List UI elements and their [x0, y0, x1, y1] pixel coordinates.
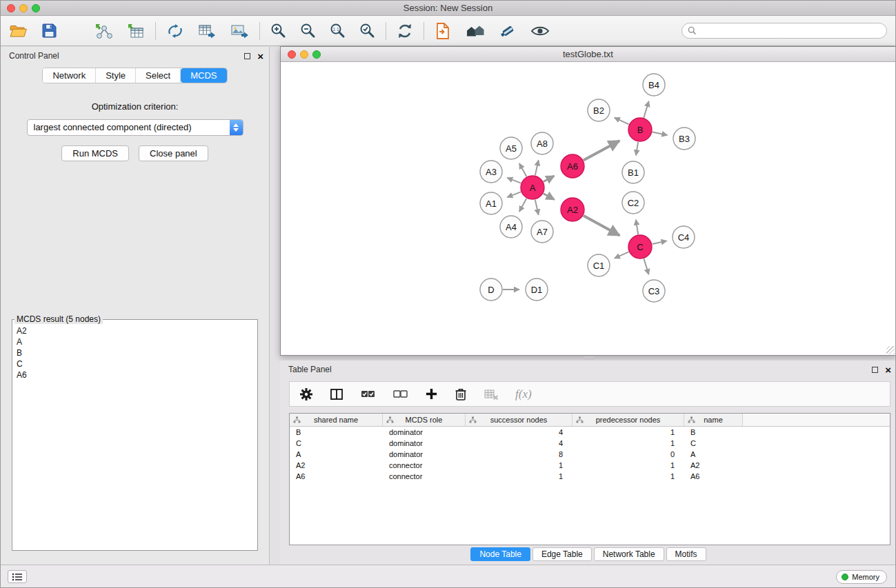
edge-B-B4[interactable]	[644, 101, 648, 118]
network-graph[interactable]: B4B2BB3A5A8A6A3B1AA1C2A2A4A7C4CC1C3DD1	[281, 62, 895, 355]
export-network-button[interactable]	[166, 23, 184, 39]
search-input[interactable]	[700, 26, 881, 36]
delete-table-button[interactable]	[484, 388, 499, 401]
tab-node-table[interactable]: Node Table	[470, 547, 530, 561]
run-mcds-button[interactable]: Run MCDS	[61, 145, 129, 161]
column-header-successor-nodes[interactable]: successor nodes	[466, 414, 573, 426]
table-row[interactable]: Cdominator41C	[290, 438, 890, 449]
memory-button[interactable]: Memory	[836, 570, 887, 584]
table-row[interactable]: Bdominator41B	[290, 427, 890, 438]
node-C1[interactable]: C1	[588, 254, 610, 276]
tab-mcds[interactable]: MCDS	[181, 68, 226, 83]
edge-A2-C[interactable]	[584, 216, 619, 236]
show-hide-button[interactable]	[530, 23, 550, 39]
node-A[interactable]: A	[521, 176, 544, 199]
tab-motifs[interactable]: Motifs	[666, 547, 706, 561]
first-neighbors-button[interactable]	[465, 23, 485, 39]
edge-B-B3[interactable]	[653, 132, 668, 135]
table-row[interactable]: A2connector11A2	[290, 460, 890, 471]
dropdown-stepper-icon[interactable]	[230, 120, 243, 135]
edge-A6-B[interactable]	[584, 141, 619, 160]
edge-C-C2[interactable]	[636, 220, 638, 235]
edge-B-B1[interactable]	[636, 142, 638, 156]
edge-B-B2[interactable]	[615, 118, 629, 125]
network-window-titlebar[interactable]: testGlobe.txt	[281, 47, 895, 62]
node-A6[interactable]: A6	[561, 154, 584, 178]
edge-A-A6[interactable]	[544, 176, 555, 181]
delete-column-button[interactable]	[455, 387, 467, 401]
float-panel-icon[interactable]	[244, 53, 250, 59]
export-table-button[interactable]	[198, 23, 217, 39]
zoom-in-button[interactable]	[270, 23, 286, 39]
node-A3[interactable]: A3	[480, 161, 502, 183]
table-row[interactable]: A6connector11A6	[290, 471, 890, 482]
node-D1[interactable]: D1	[526, 278, 548, 301]
table-row[interactable]: Adominator80A	[290, 449, 890, 460]
refresh-button[interactable]	[397, 23, 413, 39]
task-history-button[interactable]	[8, 570, 27, 583]
float-table-panel-icon[interactable]	[872, 367, 878, 373]
edge-C-C1[interactable]	[615, 252, 629, 258]
edge-A-A3[interactable]	[507, 178, 521, 183]
node-A2[interactable]: A2	[561, 198, 584, 221]
search-box[interactable]	[681, 23, 887, 39]
node-A8[interactable]: A8	[531, 132, 553, 154]
node-B3[interactable]: B3	[673, 128, 695, 150]
result-item[interactable]: B	[12, 347, 257, 358]
zoom-actual-button[interactable]: 1:1	[330, 23, 346, 39]
tab-network-table[interactable]: Network Table	[594, 547, 664, 561]
zoom-out-button[interactable]	[300, 23, 316, 39]
result-item[interactable]: C	[12, 358, 257, 369]
node-A4[interactable]: A4	[500, 216, 522, 238]
node-B2[interactable]: B2	[588, 99, 610, 121]
result-item[interactable]: A2	[12, 325, 257, 336]
column-header-predecessor-nodes[interactable]: predecessor nodes	[573, 414, 684, 426]
network-canvas[interactable]: B4B2BB3A5A8A6A3B1AA1C2A2A4A7C4CC1C3DD1	[281, 62, 895, 355]
import-table-button[interactable]	[127, 23, 145, 39]
node-A7[interactable]: A7	[531, 221, 553, 243]
result-item[interactable]: A	[12, 336, 257, 347]
node-A1[interactable]: A1	[480, 192, 502, 214]
split-panel-button[interactable]	[330, 387, 344, 401]
edge-C-C3[interactable]	[644, 258, 648, 274]
zoom-fit-button[interactable]	[359, 23, 375, 39]
edge-A-A5[interactable]	[519, 163, 527, 176]
table-settings-button[interactable]	[299, 387, 313, 401]
edge-A-A4[interactable]	[519, 199, 527, 212]
duplicate-document-button[interactable]	[435, 22, 451, 40]
import-network-button[interactable]	[94, 23, 113, 39]
edge-A-A8[interactable]	[535, 160, 539, 175]
node-C4[interactable]: C4	[673, 226, 695, 248]
open-session-button[interactable]	[9, 23, 28, 39]
function-builder-button[interactable]: f(x)	[515, 387, 532, 401]
edge-C-C4[interactable]	[653, 241, 667, 244]
node-C3[interactable]: C3	[643, 280, 665, 302]
add-column-button[interactable]	[425, 387, 438, 401]
edge-A-A1[interactable]	[507, 192, 521, 197]
save-session-button[interactable]	[41, 23, 57, 39]
node-D[interactable]: D	[480, 278, 502, 301]
close-panel-icon[interactable]: ×	[257, 51, 263, 61]
apply-style-button[interactable]	[499, 23, 517, 39]
close-panel-button[interactable]: Close panel	[139, 145, 208, 161]
select-all-button[interactable]	[360, 388, 376, 401]
column-header-shared-name[interactable]: shared name	[290, 414, 383, 426]
tab-network[interactable]: Network	[43, 68, 96, 83]
deselect-all-button[interactable]	[392, 388, 408, 401]
tab-select[interactable]: Select	[136, 68, 181, 83]
result-item[interactable]: A6	[12, 369, 257, 381]
edge-A-A2[interactable]	[544, 194, 555, 200]
window-resize-grip[interactable]	[886, 346, 895, 354]
criterion-dropdown[interactable]: largest connected component (directed)	[27, 119, 243, 136]
tab-edge-table[interactable]: Edge Table	[532, 547, 592, 561]
edge-A-A7[interactable]	[535, 200, 539, 215]
horizontal-scrollbar-thumb[interactable]	[584, 356, 595, 360]
node-B1[interactable]: B1	[622, 161, 644, 183]
column-header-MCDS-role[interactable]: MCDS role	[383, 414, 466, 426]
node-B4[interactable]: B4	[643, 74, 665, 96]
close-table-panel-icon[interactable]: ×	[885, 365, 891, 375]
tab-style[interactable]: Style	[96, 68, 136, 83]
column-header-name[interactable]: name	[684, 414, 743, 426]
node-C2[interactable]: C2	[622, 192, 644, 214]
node-A5[interactable]: A5	[500, 137, 522, 159]
